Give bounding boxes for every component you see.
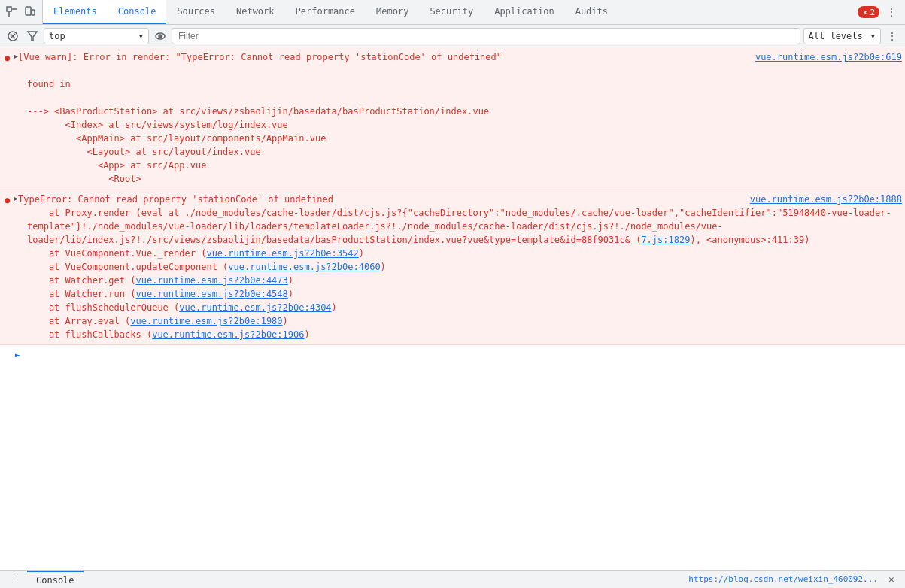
tab-bar-right: ✕ 2 ⋮: [858, 5, 905, 20]
prompt-arrow: ►: [15, 350, 20, 360]
device-icon[interactable]: [23, 5, 38, 20]
stack-link-run[interactable]: vue.runtime.esm.js?2b0e:4548: [136, 289, 288, 299]
context-value: top: [49, 31, 65, 41]
console-toolbar: top ▾ All levels ▾ ⋮: [0, 25, 905, 47]
stack-link-7js[interactable]: 7.js:1829: [641, 235, 690, 245]
inspect-icon[interactable]: [5, 5, 20, 20]
filter-input[interactable]: [172, 28, 800, 44]
tab-audits[interactable]: Audits: [565, 0, 618, 24]
settings-icon[interactable]: ⋮: [884, 5, 899, 20]
svg-point-10: [159, 35, 162, 38]
stack-link-get[interactable]: vue.runtime.esm.js?2b0e:4473: [136, 275, 288, 286]
stack-link-eval[interactable]: vue.runtime.esm.js?2b0e:1980: [130, 316, 282, 326]
entry-text-1: [Vue warn]: Error in render: "TypeError:…: [18, 52, 502, 62]
chevron-down-icon: ▾: [138, 31, 144, 41]
eye-icon[interactable]: [152, 28, 169, 44]
svg-rect-4: [32, 10, 35, 15]
console-area: ● ▶ [Vue warn]: Error in render: "TypeEr…: [0, 47, 905, 570]
tab-memory[interactable]: Memory: [366, 0, 419, 24]
bottom-bar-link[interactable]: https://blog.csdn.net/weixin_460092...: [688, 574, 878, 584]
stack-link-update[interactable]: vue.runtime.esm.js?2b0e:4060: [228, 262, 380, 272]
filter-icon[interactable]: [24, 28, 41, 44]
toggle-2[interactable]: ▶: [14, 192, 18, 204]
close-devtools-icon[interactable]: ✕: [884, 572, 899, 587]
entry-link-2[interactable]: vue.runtime.esm.js?2b0e:1888: [750, 192, 902, 206]
stack-link-callbacks[interactable]: vue.runtime.esm.js?2b0e:1906: [152, 329, 304, 340]
bottom-bar-icons: ⋮: [6, 572, 21, 587]
tab-security[interactable]: Security: [419, 0, 484, 24]
three-dots-icon[interactable]: ⋮: [6, 572, 21, 587]
tab-sources[interactable]: Sources: [166, 0, 226, 24]
bottom-bar: ⋮ Console https://blog.csdn.net/weixin_4…: [0, 570, 905, 588]
entry-detail-1: found in ---> <BasProductStation> at src…: [18, 64, 902, 186]
svg-marker-8: [28, 32, 37, 41]
chevron-down-icon-2: ▾: [870, 31, 876, 41]
error-x-icon: ✕: [862, 7, 867, 17]
tab-application[interactable]: Application: [484, 0, 564, 24]
stack-link-flush[interactable]: vue.runtime.esm.js?2b0e:4304: [179, 302, 331, 313]
entry-link-1[interactable]: vue.runtime.esm.js?2b0e:619: [755, 50, 902, 64]
entry-text-2: TypeError: Cannot read property 'station…: [18, 194, 333, 205]
console-prompt: ►: [0, 345, 905, 365]
console-entry-1: ● ▶ [Vue warn]: Error in render: "TypeEr…: [0, 47, 905, 189]
toggle-1[interactable]: ▶: [14, 50, 18, 62]
level-select[interactable]: All levels ▾: [803, 28, 881, 44]
tab-console[interactable]: Console: [108, 0, 167, 24]
tab-network[interactable]: Network: [226, 0, 285, 24]
context-select[interactable]: top ▾: [44, 28, 149, 44]
entry-detail-2: at Proxy.render (eval at ./node_modules/…: [18, 206, 902, 341]
error-badge: ✕ 2: [858, 6, 879, 18]
tab-performance[interactable]: Performance: [285, 0, 366, 24]
error-icon-2: ●: [5, 193, 10, 207]
clear-console-icon[interactable]: [5, 28, 21, 44]
svg-rect-3: [26, 7, 31, 15]
level-value: All levels: [809, 31, 863, 41]
bottom-tab-label: Console: [36, 575, 74, 586]
devtools-icons: [0, 0, 43, 24]
tab-elements[interactable]: Elements: [43, 0, 108, 24]
tab-bar: Elements Console Sources Network Perform…: [0, 0, 905, 25]
svg-rect-0: [7, 7, 11, 11]
error-icon-1: ●: [5, 51, 10, 65]
more-options-icon[interactable]: ⋮: [884, 28, 900, 44]
console-entry-2: ● ▶ TypeError: Cannot read property 'sta…: [0, 189, 905, 345]
bottom-tab-console[interactable]: Console: [27, 571, 84, 588]
stack-link-render[interactable]: vue.runtime.esm.js?2b0e:3542: [206, 248, 358, 259]
error-count: 2: [870, 8, 875, 17]
